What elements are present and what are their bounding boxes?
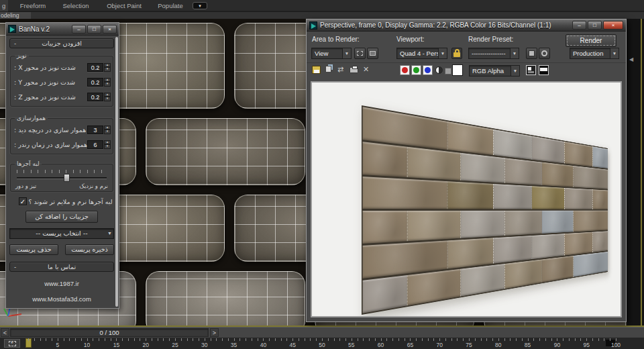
viewport-combo[interactable]: Quad 4 - Perspec ▼: [396, 48, 447, 59]
area-to-render-combo[interactable]: View ▼: [311, 48, 352, 59]
noise-y-spinner[interactable]: 0.2: [87, 78, 103, 87]
timeline-tick: [569, 338, 570, 341]
blue-channel-button[interactable]: [423, 65, 433, 75]
delete-preset-button[interactable]: حذف پریست: [9, 244, 58, 255]
timeline-tick: [75, 338, 76, 341]
red-channel-button[interactable]: [400, 65, 410, 75]
brick: [461, 211, 505, 238]
save-preset-button[interactable]: ذخیره پریست: [65, 244, 114, 255]
clear-image-button[interactable]: ✕: [363, 64, 369, 74]
previous-frame-button[interactable]: <: [1, 328, 9, 337]
timeline-tick: [163, 338, 164, 341]
noise-z-spinner-arrows[interactable]: ▲▼: [104, 93, 111, 101]
clear-color-swatch[interactable]: [452, 64, 463, 76]
clone-window-button[interactable]: ⇄: [337, 64, 343, 74]
timeline-tick: [334, 338, 335, 341]
print-image-button[interactable]: [350, 67, 358, 73]
color-correction-button[interactable]: [539, 65, 549, 75]
render-setup-button[interactable]: [539, 48, 550, 59]
soften-edges-checkbox[interactable]: ✓: [19, 197, 27, 205]
smoothing-render-spinner-arrows[interactable]: ▲▼: [104, 140, 111, 149]
timeline-tick: [299, 338, 299, 341]
save-preset-button-rfw[interactable]: [526, 48, 537, 59]
timeline-tick: [445, 338, 446, 341]
timeline-tick-label: 25: [172, 342, 178, 348]
brick: [461, 153, 505, 183]
timeline-tick: [175, 338, 176, 341]
ribbon-tab-object-paint[interactable]: Object Paint: [106, 0, 142, 11]
link-website-2[interactable]: www.Mostafa3d.com: [9, 295, 114, 303]
rfw-minimize-button[interactable]: –: [572, 21, 586, 30]
alpha-channel-button[interactable]: [445, 68, 451, 74]
edit-region-button[interactable]: [354, 48, 366, 59]
rollout-contact[interactable]: - تماس با ما: [9, 262, 114, 272]
link-website-1[interactable]: www.1987.ir: [9, 280, 114, 287]
lock-viewport-button[interactable]: [451, 48, 462, 59]
spinner-down-icon[interactable]: ▼: [104, 82, 111, 87]
smoothing-viewport-spinner-arrows[interactable]: ▲▼: [104, 126, 111, 134]
noise-group-title: نویز: [15, 52, 29, 59]
noise-y-spinner-arrows[interactable]: ▲▼: [104, 78, 111, 87]
auto-region-button[interactable]: [367, 48, 378, 59]
spinner-down-icon[interactable]: ▼: [104, 97, 111, 101]
render-button[interactable]: Render: [566, 34, 616, 47]
ribbon-tab-freeform[interactable]: Freeform: [15, 0, 51, 11]
rollout-add-details[interactable]: - افزودن جزییات: [9, 38, 114, 48]
channel-display-combo[interactable]: RGB Alpha ▼: [469, 65, 520, 77]
rfw-titlebar[interactable]: Perspective, frame 0, Display Gamma: 2.2…: [307, 19, 626, 32]
banna-maximize-button[interactable]: □: [87, 25, 101, 34]
timeline-tick: [469, 338, 470, 341]
noise-x-label: شدت نویز در محور X :: [13, 64, 87, 71]
timeline-tick-label: 55: [348, 342, 354, 348]
smoothing-viewport-spinner[interactable]: 3: [87, 126, 103, 134]
preset-select-value: -- انتخاب پریست --: [36, 230, 87, 237]
timeline-tick: [228, 338, 229, 341]
brick: [493, 184, 531, 209]
spinner-down-icon[interactable]: ▼: [104, 67, 111, 72]
timeline-ruler[interactable]: 5101520253035404550556065707580859095100: [0, 338, 644, 349]
banna-titlebar[interactable]: BanNa v.2 – □ ×: [6, 23, 119, 36]
layers-button[interactable]: [526, 65, 536, 75]
ribbon-overflow-caret-icon[interactable]: ▾: [193, 2, 207, 9]
ribbon-tab-populate[interactable]: Populate: [156, 0, 185, 11]
banna-minimize-button[interactable]: –: [72, 25, 86, 34]
timeline-tick: [386, 338, 387, 341]
banna-scrollbar[interactable]: [115, 37, 118, 307]
banna-close-button[interactable]: ×: [103, 25, 117, 34]
copy-image-button[interactable]: [325, 66, 331, 72]
rfw-maximize-button[interactable]: □: [588, 21, 602, 30]
frame-indicator-bar: < 0 / 100 >: [0, 327, 644, 338]
brick: [573, 166, 607, 189]
ribbon-tab-selection[interactable]: Selection: [60, 0, 91, 11]
green-channel-button[interactable]: [411, 65, 421, 75]
timeline-key-mode-button[interactable]: [4, 339, 20, 348]
spinner-down-icon[interactable]: ▼: [104, 144, 111, 149]
production-mode-combo[interactable]: Production ▼: [570, 48, 619, 59]
monochrome-channel-button[interactable]: [435, 66, 443, 74]
edge-slider[interactable]: [17, 174, 107, 182]
panel-collapse-arrow-icon[interactable]: ◀: [629, 56, 633, 62]
save-image-button[interactable]: [312, 66, 321, 74]
chevron-down-icon: ▼: [510, 48, 519, 58]
noise-z-spinner[interactable]: 0.2: [87, 93, 103, 101]
rfw-close-button[interactable]: ×: [603, 21, 623, 30]
preset-select[interactable]: -- انتخاب پریست -- ▼: [9, 228, 114, 239]
spinner-down-icon[interactable]: ▼: [104, 130, 111, 134]
noise-x-spinner-arrows[interactable]: ▲▼: [104, 63, 111, 72]
ribbon-tab-partial[interactable]: g: [0, 0, 8, 11]
rollout-collapse-icon[interactable]: -: [14, 39, 16, 48]
noise-x-spinner[interactable]: 0.2: [87, 63, 103, 72]
add-details-button[interactable]: جزییات را اضافه کن: [25, 211, 98, 223]
smoothing-render-spinner[interactable]: 6: [87, 140, 103, 149]
timeline-tick: [398, 338, 399, 341]
soften-edges-label: لبه آجرها نرم و ملایم تر شوند ؟: [27, 198, 114, 205]
next-frame-button[interactable]: >: [210, 328, 219, 337]
edge-slider-handle[interactable]: [64, 174, 70, 182]
rollout-collapse-icon[interactable]: -: [14, 262, 16, 271]
timeline-tick: [475, 338, 476, 341]
timeline-tick: [604, 338, 604, 341]
timeline-tick: [375, 338, 376, 341]
modeling-panel-caption[interactable]: odeling: [0, 12, 31, 19]
brick: [532, 234, 565, 259]
render-preset-combo[interactable]: ---------------- ▼: [468, 48, 519, 59]
